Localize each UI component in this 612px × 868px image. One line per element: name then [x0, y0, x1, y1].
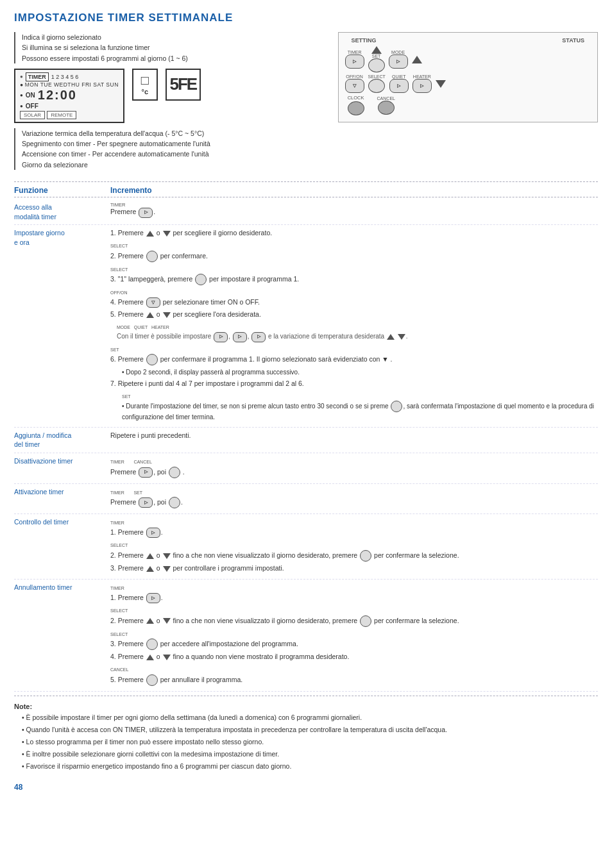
timer-label-an: TIMER [110, 586, 124, 590]
offon-btn-inline[interactable]: ▽ [146, 297, 160, 308]
on-row: ● ON 12:00 [20, 88, 119, 103]
set-btn-inline2[interactable] [391, 401, 402, 412]
select-btn-inline2[interactable] [195, 274, 207, 285]
page-title: IMPOSTAZIONE TIMER SETTIMANALE [14, 12, 598, 24]
temp-down [398, 334, 405, 340]
incremento-accesso: TIMER Premere ▷. [110, 203, 598, 220]
offon-btn-group: OFF/ON ▽ [345, 74, 364, 93]
timer-btn-an[interactable]: ▷ [146, 593, 160, 603]
step-im-mode: MODE QUIET HEATER Con il timer è possibi… [117, 322, 598, 342]
quiet-btn-label: QUIET [392, 74, 405, 79]
remote-panel: SETTING STATUS TIMER ▷ SET MODE ▷ [338, 32, 598, 122]
step-ct-3: 3. Premere o per controllare i programmi… [110, 563, 598, 574]
select-btn[interactable] [368, 79, 385, 93]
row-aggiunta: Aggiunta / modificadel timer Ripetere i … [14, 428, 598, 453]
divider-1 [14, 181, 598, 182]
heater-btn-oval[interactable]: ▷ [412, 79, 432, 93]
incremento-attivazione: TIMER SET Premere ▷, poi . [110, 487, 598, 511]
funzione-annullamento: Annullamento timer [14, 583, 110, 592]
step-dis-1: TIMER CANCEL Premere ▷, poi . [110, 456, 598, 478]
mode-inline[interactable]: ▷ [214, 332, 228, 342]
select-btn-ct[interactable] [360, 550, 371, 562]
up-ct [146, 553, 154, 559]
heater-btn-label: HEATER [413, 74, 431, 79]
up-an [146, 618, 154, 624]
incremento-disattivazione: TIMER CANCEL Premere ▷, poi . [110, 456, 598, 480]
mode-btn-group: MODE ▷ [389, 50, 408, 69]
annotation-2: Si illumina se si seleziona la funzione … [22, 42, 327, 53]
clock-btn-group: CLOCK [348, 95, 364, 115]
set-label-sm2: SET [122, 394, 131, 399]
step-im-3: SELECT 3. "1" lampeggerà, premere per im… [110, 264, 598, 286]
select-btn-inline[interactable] [146, 251, 158, 262]
funzione-accesso: Accesso allamodalità timer [14, 203, 110, 221]
clock-btn[interactable] [348, 101, 364, 115]
funzione-disattivazione: Disattivazione timer [14, 456, 110, 466]
solar-btn: SOLAR [20, 111, 45, 119]
cancel-btn-d[interactable] [169, 467, 180, 478]
cancel-btn-an[interactable] [146, 674, 158, 686]
step-an-5: CANCEL 5. Premere per annullare il progr… [110, 664, 598, 686]
timer-btn-inline[interactable]: ▷ [139, 208, 153, 218]
timer-btn-d[interactable]: ▷ [139, 467, 153, 478]
timer-btn-oval[interactable]: ▷ [345, 54, 364, 69]
off-label: OFF [26, 103, 38, 110]
note-2: • Quando l'unità è accesa con ON TIMER, … [22, 724, 598, 735]
down-ct2 [163, 566, 171, 572]
step-im-1: 1. Premere o per scegliere il giorno des… [110, 228, 598, 238]
diagram-section: Indica il giorno selezionato Si illumina… [14, 32, 598, 175]
cancel-btn[interactable] [378, 101, 395, 115]
step-an-4: 4. Premere o fino a quando non viene mos… [110, 652, 598, 662]
divider-2 [14, 696, 598, 696]
heater-down-icon [436, 80, 446, 88]
timer-btn-ct[interactable]: ▷ [146, 528, 160, 538]
up-arrow-icon[interactable] [371, 46, 382, 54]
up-ct2 [146, 566, 154, 572]
bottom-annotations: Variazione termica della temperatura del… [14, 128, 327, 170]
remote-row-3: CLOCK CANCEL [345, 95, 591, 115]
timer-label-sm-d: TIMER [110, 460, 124, 464]
select-btn-an[interactable] [360, 615, 371, 627]
row-impostare: Impostare giornoe ora 1. Premere o per s… [14, 225, 598, 427]
row-controllo: Controllo del timer TIMER 1. Premere ▷. … [14, 514, 598, 579]
remote-header: SETTING STATUS [345, 37, 591, 44]
step-im-4: OFF/ON 4. Premere ▽ per selezionare time… [110, 287, 598, 308]
diagram-right: SETTING STATUS TIMER ▷ SET MODE ▷ [338, 32, 598, 175]
timer-label-sm-a: TIMER [110, 490, 124, 495]
quiet-btn-oval[interactable]: ▷ [389, 79, 409, 93]
mode-btn-oval[interactable]: ▷ [389, 54, 408, 69]
incremento-aggiunta: Ripetere i punti precedenti. [110, 431, 598, 443]
set-btn-inline[interactable] [146, 354, 158, 365]
incremento-controllo: TIMER 1. Premere ▷. SELECT 2. Premere o … [110, 517, 598, 575]
set-btn[interactable] [368, 58, 385, 72]
heater-inline[interactable]: ▷ [251, 332, 266, 342]
step-im-sub2: SET • Durante l'impostazione del timer, … [122, 391, 598, 422]
select-btn-an3[interactable] [146, 638, 158, 650]
quiet-inline[interactable]: ▷ [233, 332, 247, 342]
select-label-ct: SELECT [110, 543, 128, 547]
on-label: ON [26, 92, 35, 99]
offon-btn-oval[interactable]: ▽ [345, 79, 364, 93]
row-attivazione: Attivazione timer TIMER SET Premere ▷, p… [14, 484, 598, 515]
set-btn-a[interactable] [169, 497, 180, 508]
temp-unit: °c [142, 88, 149, 96]
col1-header: Funzione [14, 186, 110, 195]
quiet-btn-group: QUIET ▷ [389, 74, 409, 93]
remote-row-2: OFF/ON ▽ SELECT QUIET ▷ HEATER ▷ [345, 74, 591, 93]
set-label-sm-a: SET [133, 490, 142, 495]
annotation-1: Indica il giorno selezionato [22, 32, 327, 42]
note-3: • Lo stesso programma per il timer non p… [22, 737, 598, 747]
bottom-ann-3: Accensione con timer - Per accendere aut… [22, 149, 327, 159]
timer-btn-a[interactable]: ▷ [139, 497, 153, 508]
step-att-1: TIMER SET Premere ▷, poi . [110, 487, 598, 509]
note-4: • È inoltre possibile selezionare giorni… [22, 749, 598, 760]
setting-label: SETTING [352, 37, 377, 44]
clock-display: 12:00 [38, 88, 77, 103]
step-im-5: 5. Premere o per scegliere l'ora desider… [110, 310, 598, 320]
col2-header: Incremento [110, 186, 598, 195]
device-panel: ● TIMER 1 2 3 4 5 6 ● MON TUE WEDTHU FRI… [14, 69, 327, 123]
note-title: Note: [14, 701, 598, 713]
funzione-attivazione: Attivazione timer [14, 487, 110, 497]
bottom-ann-2: Spegnimento con timer - Per spegnere aut… [22, 138, 327, 149]
select-btn-label: SELECT [368, 74, 386, 79]
